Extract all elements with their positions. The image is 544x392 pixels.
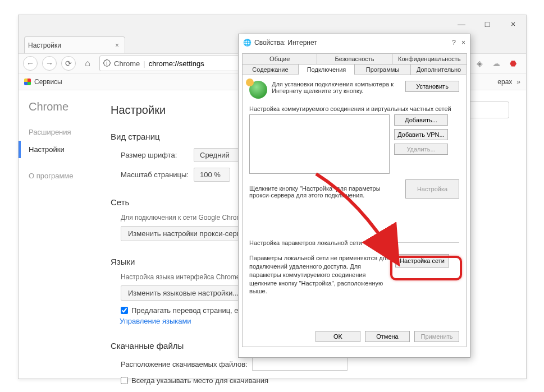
- brand-label: Chrome: [29, 100, 103, 113]
- url-chip: Chrome: [114, 59, 140, 68]
- globe-small-icon: 🌐: [243, 39, 252, 47]
- browser-titlebar: — □ ×: [19, 15, 526, 33]
- reload-button[interactable]: ⟳: [61, 56, 76, 71]
- setup-text: Для установки подключения компьютера к И…: [272, 81, 401, 94]
- tab-general[interactable]: Общие: [242, 53, 317, 64]
- apps-icon[interactable]: [24, 79, 31, 85]
- offer-translate-checkbox[interactable]: [121, 307, 128, 314]
- browser-tab[interactable]: Настройки ×: [24, 36, 125, 53]
- bookmarks-overflow[interactable]: ерах: [497, 78, 512, 86]
- dialog-tabs: Общие Безопасность Конфиденциальность Со…: [239, 51, 470, 75]
- info-icon: ⓘ: [103, 58, 111, 68]
- lang-settings-button[interactable]: Изменить языковые настройки...: [121, 285, 246, 301]
- sidebar-item-about[interactable]: О программе: [29, 167, 103, 185]
- dialog-close-icon[interactable]: ×: [461, 39, 465, 47]
- dialog-help-icon[interactable]: ?: [452, 39, 456, 47]
- tab-close-icon[interactable]: ×: [115, 41, 119, 49]
- tab-connections[interactable]: Подключения: [298, 64, 355, 75]
- adblock-icon[interactable]: ⬣: [508, 58, 518, 68]
- tab-programs[interactable]: Программы: [354, 64, 411, 75]
- apply-button[interactable]: Применить: [414, 331, 459, 342]
- add-vpn-button[interactable]: Добавить VPN...: [394, 129, 448, 140]
- annotation-highlight: [390, 256, 462, 280]
- font-size-label: Размер шрифта:: [121, 151, 194, 159]
- back-button[interactable]: ←: [23, 56, 38, 71]
- page-zoom-select[interactable]: 100 %: [194, 168, 230, 182]
- extension-icon[interactable]: ◈: [474, 58, 484, 68]
- offer-translate-label: Предлагать перевод страниц, если: [131, 306, 250, 315]
- add-connection-button[interactable]: Добавить...: [394, 114, 448, 126]
- globe-icon: [249, 81, 267, 99]
- dialog-titlebar: 🌐 Свойства: Интернет ? ×: [239, 34, 470, 51]
- connections-list[interactable]: [249, 114, 390, 174]
- forward-button[interactable]: →: [42, 56, 57, 71]
- tab-title: Настройки: [28, 41, 61, 49]
- setup-button[interactable]: Установить: [405, 81, 459, 92]
- download-path-input[interactable]: [252, 357, 348, 371]
- always-ask-label: Всегда указывать место для скачивания: [131, 376, 268, 385]
- tab-content[interactable]: Содержание: [242, 64, 299, 75]
- bookmarks-label[interactable]: Сервисы: [34, 78, 62, 86]
- dialog-title: Свойства: Интернет: [254, 39, 317, 47]
- font-size-select[interactable]: Средний: [194, 148, 239, 162]
- window-maximize-icon[interactable]: □: [474, 16, 500, 33]
- sidebar-item-settings[interactable]: Настройки: [19, 141, 103, 158]
- lan-text: Параметры локальной сети не применяются …: [249, 254, 390, 296]
- toolbar-right: ◈ ☁ ⬣: [471, 58, 522, 68]
- sidebar-item-extensions[interactable]: Расширения: [29, 123, 103, 141]
- page-title: Настройки: [111, 104, 166, 117]
- tab-privacy[interactable]: Конфиденциальность: [392, 53, 467, 64]
- dialog-footer: OK Отмена Применить: [316, 331, 459, 342]
- internet-properties-dialog: 🌐 Свойства: Интернет ? × Общие Безопасно…: [238, 34, 470, 358]
- cancel-button[interactable]: Отмена: [365, 331, 410, 342]
- omnibox-url: chrome://settings: [149, 59, 204, 68]
- page-zoom-label: Масштаб страницы:: [121, 170, 194, 179]
- dialog-body: Для установки подключения компьютера к И…: [242, 75, 467, 347]
- connection-settings-button[interactable]: Настройка: [405, 179, 459, 199]
- tab-security[interactable]: Безопасность: [317, 53, 392, 64]
- ok-button[interactable]: OK: [316, 331, 360, 342]
- window-minimize-icon[interactable]: —: [449, 16, 474, 33]
- connections-heading: Настройка коммутируемого соединения и ви…: [249, 105, 459, 112]
- cloud-icon[interactable]: ☁: [491, 58, 501, 68]
- sidebar: Chrome Расширения Настройки О программе: [19, 90, 103, 379]
- delete-connection-button[interactable]: Удалить...: [394, 144, 448, 155]
- window-close-icon[interactable]: ×: [500, 16, 526, 33]
- download-path-label: Расположение скачиваемых файлов:: [121, 360, 248, 368]
- tab-advanced[interactable]: Дополнительно: [410, 64, 467, 75]
- chevron-right-icon[interactable]: »: [516, 78, 520, 86]
- proxy-note: Щелкните кнопку "Настройка" для параметр…: [249, 185, 395, 199]
- home-icon[interactable]: ⌂: [80, 56, 95, 71]
- always-ask-checkbox[interactable]: [121, 377, 128, 384]
- lan-heading: Настройка параметров локальной сети: [249, 239, 365, 246]
